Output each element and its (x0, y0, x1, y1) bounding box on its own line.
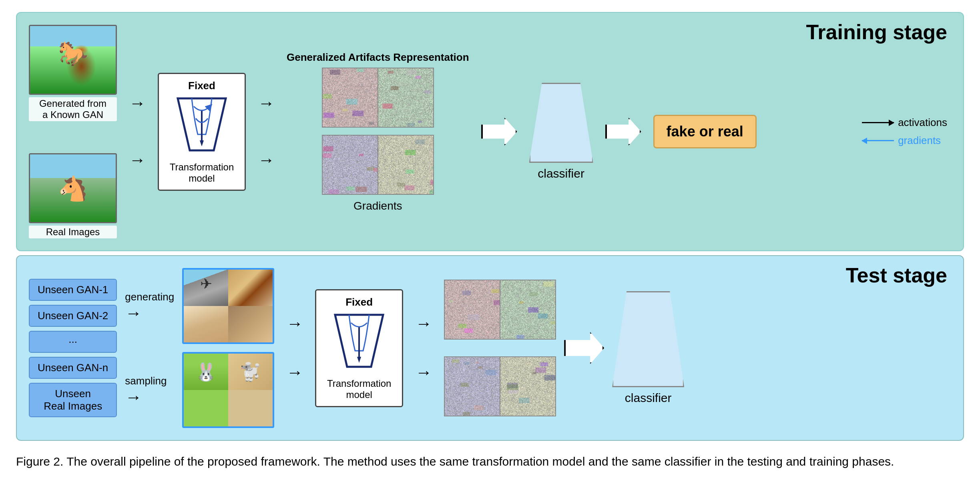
test-stage-title: Test stage (846, 263, 947, 287)
photo-bedroom (228, 306, 273, 342)
generating-label: generating (125, 291, 174, 303)
test-transform-model-box: Fixed Transformationmodel (315, 289, 403, 407)
test-gradient-cell-1 (445, 280, 500, 339)
big-arrow-training (481, 118, 517, 146)
test-transform-label-bottom: Transformationmodel (327, 378, 392, 400)
funnel-icon (170, 94, 234, 158)
photo-extra1 (184, 390, 228, 426)
test-gradient-cell-4 (500, 357, 555, 416)
gradient-cell-4 (378, 136, 433, 194)
gradients-col: Generalized Artifacts Representation Gra… (287, 51, 469, 212)
generated-image-box: Generated froma Known GAN (29, 25, 117, 121)
photo-airplane (184, 270, 228, 306)
test-gradient-cell-2 (500, 280, 555, 339)
sampling-label: sampling (125, 375, 167, 387)
result-box: fake or real (653, 115, 757, 148)
sampling-arrow: → (125, 389, 142, 406)
test-gradient-cell-3 (445, 357, 500, 416)
gradients-label: Gradients (353, 200, 402, 212)
real-image-box: Real Images (29, 153, 117, 238)
gradient-panel-bottom (322, 135, 434, 195)
test-classifier-label: classifier (625, 391, 672, 405)
arrow1-bottom: → (129, 152, 146, 168)
gan-list: Unseen GAN-1 Unseen GAN-2 ··· Unseen GAN… (29, 279, 117, 417)
gan-item-2: Unseen GAN-2 (29, 305, 117, 327)
real-photos-grid (182, 352, 274, 428)
real-image (29, 153, 117, 223)
training-stage: Training stage Generated froma Known GAN… (16, 12, 964, 251)
gan-item-1: Unseen GAN-1 (29, 279, 117, 301)
test-funnel-icon (327, 311, 391, 375)
legend-gradients: gradients (862, 134, 947, 147)
test-gradients-col (444, 280, 556, 416)
result-arrow-shape (605, 118, 641, 146)
gradient-panel-top (322, 68, 434, 128)
classifier-shape (529, 83, 593, 163)
generated-image (29, 25, 117, 95)
test-gradient-panel-top (444, 280, 556, 340)
input-images-col: Generated froma Known GAN Real Images (29, 25, 117, 238)
gradient-cell-2 (378, 68, 433, 127)
generated-image-label: Generated froma Known GAN (29, 97, 117, 121)
legend-activations: activations (862, 116, 947, 129)
photo-poodle (228, 354, 273, 390)
gan-item-real: UnseenReal Images (29, 383, 117, 417)
transform-model-box: Fixed Transformationmodel (158, 73, 246, 191)
gradients-arrow-icon (862, 140, 894, 141)
gradient-cell-1 (323, 68, 378, 127)
real-image-label: Real Images (29, 226, 117, 238)
gan-item-dots: ··· (29, 331, 117, 353)
generated-photos-grid (182, 268, 274, 344)
gan-item-n: Unseen GAN-n (29, 357, 117, 379)
transform-label-bottom: Transformationmodel (170, 162, 234, 184)
gradients-label: gradients (898, 134, 941, 147)
test-gradient-panel-bottom (444, 356, 556, 416)
test-arrow3-top: → (286, 315, 303, 332)
classifier-container: classifier (529, 83, 593, 180)
test-stage: Test stage Unseen GAN-1 Unseen GAN-2 ···… (16, 255, 964, 441)
activations-arrow-icon (862, 122, 894, 123)
legend: activations gradients (862, 116, 947, 147)
gradients-title: Generalized Artifacts Representation (287, 51, 469, 64)
activations-label: activations (898, 116, 947, 129)
photo-bed (184, 306, 228, 342)
transform-label-top: Fixed (188, 80, 215, 92)
generating-arrow: → (125, 305, 142, 322)
arrow1-top: → (129, 95, 146, 112)
gradient-cell-3 (323, 136, 378, 194)
photo-room (228, 270, 273, 306)
figure-caption: Figure 2. The overall pipeline of the pr… (16, 452, 897, 471)
classifier-label: classifier (538, 167, 584, 180)
photo-extra2 (228, 390, 273, 426)
test-classifier-container: classifier (612, 291, 684, 405)
arrow2-top: → (258, 95, 275, 112)
photo-rabbit (184, 354, 228, 390)
training-stage-title: Training stage (806, 20, 947, 44)
big-arrow-shape (481, 118, 517, 146)
test-big-arrow-shape (564, 332, 604, 364)
test-arrow4-top: → (415, 315, 432, 332)
test-classifier-shape (612, 291, 684, 387)
test-big-arrow (564, 332, 604, 364)
test-transform-label-top: Fixed (345, 296, 373, 308)
test-arrow3-bottom: → (286, 364, 303, 381)
diagram-container: Training stage Generated froma Known GAN… (16, 12, 964, 471)
arrow2-bottom: → (258, 152, 275, 168)
test-arrow4-bottom: → (415, 364, 432, 381)
result-arrow (605, 118, 641, 146)
